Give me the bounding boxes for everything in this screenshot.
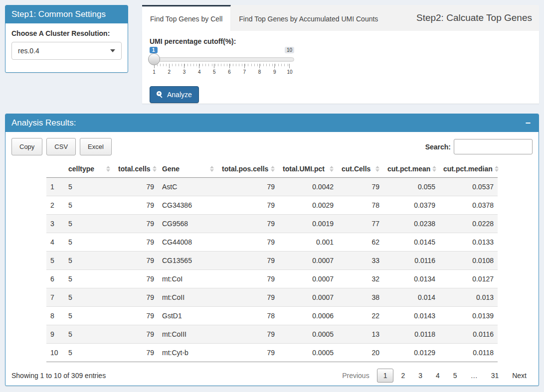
cut-cells-cell: 20: [338, 344, 383, 362]
cluster-resolution-select[interactable]: res.0.4: [11, 42, 122, 60]
cut-cells-cell: 78: [338, 196, 383, 215]
celltype-cell: 5: [64, 178, 114, 196]
tab-find-top-genes-by-umi[interactable]: Find Top Genes by Accumulated UMI Counts: [231, 5, 386, 31]
total-pos-cells-cell: 79: [218, 252, 279, 270]
sort-icon: [153, 166, 157, 172]
page-button[interactable]: 2: [395, 369, 411, 382]
row-index-cell: 4: [46, 233, 64, 252]
table-row: 1 5 79 AstC 79 0.0042 79 0.055 0.0537: [46, 178, 498, 196]
sort-icon: [330, 166, 334, 172]
table-row: 7 5 79 mt:CoII 79 0.0007 38 0.014 0.013: [46, 288, 498, 307]
search-wrap: Search:: [425, 139, 533, 154]
cut-pct-mean-cell: 0.0118: [383, 325, 439, 344]
search-input[interactable]: [454, 139, 533, 154]
results-body: Copy CSV Excel Search: celltype t: [5, 132, 539, 389]
cut-pct-median-cell: 0.0127: [439, 270, 498, 288]
sort-icon: [432, 166, 436, 172]
step1-body: Choose A Cluster Resolution: res.0.4: [5, 23, 128, 66]
total-cells-cell: 79: [114, 233, 158, 252]
tab-strip: Find Top Genes by Cell Find Top Genes by…: [142, 5, 539, 31]
celltype-cell: 5: [64, 288, 114, 307]
column-header-celltype[interactable]: celltype: [64, 160, 114, 178]
column-header-total-umi-pct[interactable]: total.UMI.pct: [279, 160, 338, 178]
results-table: celltype total.cells Gene total.pos.cell…: [46, 160, 498, 362]
total-pos-cells-cell: 79: [218, 215, 279, 233]
table-info: Showing 1 to 10 of 309 entries: [11, 372, 106, 380]
column-header-cut-cells[interactable]: cut.Cells: [338, 160, 383, 178]
tab-label: Find Top Genes by Cell: [150, 15, 222, 23]
total-cells-cell: 79: [114, 252, 158, 270]
column-header-cut-pct-mean[interactable]: cut.pct.mean: [383, 160, 439, 178]
copy-button[interactable]: Copy: [11, 138, 42, 155]
column-header-gene[interactable]: Gene: [158, 160, 218, 178]
total-cells-cell: 79: [114, 178, 158, 196]
step1-common-settings-box: Step1: Common Settings Choose A Cluster …: [5, 5, 128, 73]
slider-tick-labels: 12345678910: [154, 64, 290, 75]
cut-pct-mean-cell: 0.0143: [383, 307, 439, 325]
gene-cell: mt:CoII: [158, 288, 218, 307]
table-row: 2 5 79 CG34386 79 0.0029 78 0.0379 0.037…: [46, 196, 498, 215]
table-footer: Showing 1 to 10 of 309 entries Previous …: [11, 369, 533, 383]
total-umi-pct-cell: 0.0005: [279, 325, 338, 344]
cut-cells-cell: 38: [338, 288, 383, 307]
page-button[interactable]: 3: [412, 369, 428, 382]
magnifier-icon: [157, 91, 164, 98]
page-button[interactable]: …: [465, 369, 484, 382]
total-umi-pct-cell: 0.0019: [279, 215, 338, 233]
total-cells-cell: 79: [114, 344, 158, 362]
results-header: Analysis Results: −: [5, 114, 539, 132]
sort-icon: [495, 166, 499, 172]
cut-pct-median-cell: 0.0133: [439, 233, 498, 252]
total-umi-pct-cell: 0.0007: [279, 270, 338, 288]
tab-find-top-genes-by-cell[interactable]: Find Top Genes by Cell: [142, 5, 231, 31]
previous-button[interactable]: Previous: [336, 369, 375, 382]
cut-pct-median-cell: 0.0108: [439, 252, 498, 270]
page-button[interactable]: 31: [485, 369, 505, 382]
analyze-button[interactable]: Analyze: [150, 86, 199, 103]
cut-cells-cell: 33: [338, 252, 383, 270]
total-umi-pct-cell: 0.0005: [279, 344, 338, 362]
cut-pct-median-cell: 0.0537: [439, 178, 498, 196]
row-index-cell: 9: [46, 325, 64, 344]
results-title: Analysis Results:: [11, 118, 76, 128]
total-cells-cell: 79: [114, 307, 158, 325]
slider-handle[interactable]: [148, 53, 160, 65]
umi-cutoff-slider: 1 10 12345678910: [150, 47, 294, 79]
row-index-cell: 1: [46, 178, 64, 196]
total-pos-cells-cell: 79: [218, 288, 279, 307]
step1-title: Step1: Common Settings: [11, 9, 106, 19]
row-index-cell: 6: [46, 270, 64, 288]
gene-cell: GstD1: [158, 307, 218, 325]
next-button[interactable]: Next: [506, 369, 533, 382]
total-pos-cells-cell: 79: [218, 325, 279, 344]
cut-pct-median-cell: 0.0118: [439, 344, 498, 362]
total-cells-cell: 79: [114, 196, 158, 215]
slider-value-badge: 1: [150, 47, 158, 53]
pagination: Previous 1 2345…31 Next: [335, 369, 533, 383]
cut-pct-mean-cell: 0.0379: [383, 196, 439, 215]
gene-cell: CG13565: [158, 252, 218, 270]
slider-track[interactable]: [150, 57, 294, 62]
table-row: 10 5 79 mt:Cyt-b 79 0.0005 20 0.0129 0.0…: [46, 344, 498, 362]
cluster-resolution-label: Choose A Cluster Resolution:: [11, 29, 122, 37]
column-header-total-pos-cells[interactable]: total.pos.cells: [218, 160, 279, 178]
page-button-current[interactable]: 1: [377, 369, 394, 383]
gene-cell: AstC: [158, 178, 218, 196]
row-index-cell: 3: [46, 215, 64, 233]
gene-cell: CG34386: [158, 196, 218, 215]
cut-pct-mean-cell: 0.0129: [383, 344, 439, 362]
page-button[interactable]: 5: [447, 369, 463, 382]
excel-button[interactable]: Excel: [80, 138, 112, 155]
table-row: 8 5 79 GstD1 78 0.0006 22 0.0143 0.0139: [46, 307, 498, 325]
sort-icon: [106, 166, 110, 172]
collapse-minus-icon[interactable]: −: [523, 119, 533, 128]
csv-button[interactable]: CSV: [46, 138, 76, 155]
analyze-button-label: Analyze: [167, 91, 192, 99]
column-header-total-cells[interactable]: total.cells: [114, 160, 158, 178]
column-header-cut-pct-median[interactable]: cut.pct.median: [439, 160, 498, 178]
total-cells-cell: 79: [114, 270, 158, 288]
table-header-row: celltype total.cells Gene total.pos.cell…: [46, 160, 498, 178]
total-pos-cells-cell: 79: [218, 344, 279, 362]
page-button[interactable]: 4: [430, 369, 446, 382]
sort-icon: [210, 166, 214, 172]
